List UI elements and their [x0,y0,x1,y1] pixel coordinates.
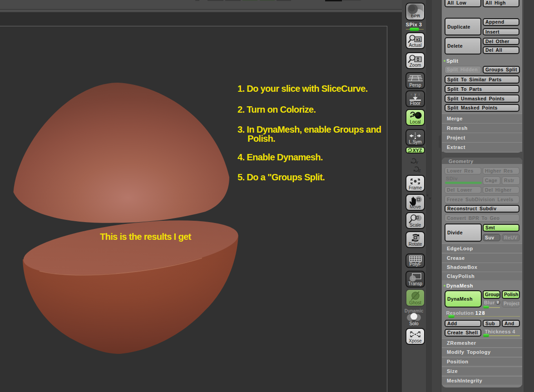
svg-text:x: x [410,92,413,96]
svg-text:y: y [414,92,416,96]
svg-text:Y: Y [415,159,419,164]
svg-text:z: z [418,92,420,96]
svg-text:Z: Z [418,168,421,173]
svg-text:XYZ: XYZ [413,148,422,153]
svg-text:x1: x1 [416,37,420,42]
svg-text:BPR: BPR [411,13,420,18]
